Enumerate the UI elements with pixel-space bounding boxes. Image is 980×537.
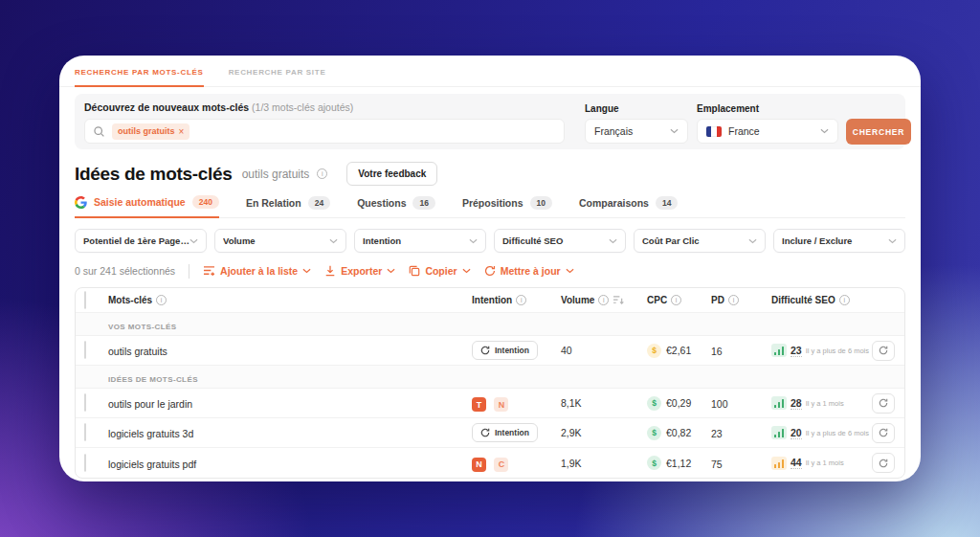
info-icon[interactable]: i: [317, 168, 327, 179]
keyword-search-input[interactable]: outils gratuits ×: [84, 119, 565, 144]
table-header-row: Mots-clési Intentioni Volumei CPCi PDi D…: [76, 288, 904, 313]
info-icon[interactable]: i: [516, 295, 526, 305]
pd-value: 16: [711, 346, 723, 357]
filter-cout-par-clic[interactable]: Coût Par Clic: [634, 229, 766, 253]
info-icon[interactable]: i: [839, 295, 850, 305]
tab-label: Saisie automatique: [94, 196, 186, 208]
tab-questions[interactable]: Questions 16: [357, 195, 435, 217]
tab-recherche-site[interactable]: RECHERCHE PAR SITE: [229, 68, 326, 86]
difficulty-value[interactable]: 20: [791, 427, 802, 439]
tab-saisie-automatique[interactable]: Saisie automatique 240: [75, 195, 219, 218]
refresh-icon: [480, 428, 490, 437]
filter-difficulte-seo[interactable]: Difficulté SEO: [494, 229, 626, 253]
row-refresh-button[interactable]: [872, 393, 895, 414]
feedback-button[interactable]: Votre feedback: [346, 162, 437, 186]
keyword-text[interactable]: logiciels gratuits 3d: [108, 428, 193, 439]
search-icon: [93, 125, 105, 138]
difficulty-value[interactable]: 28: [791, 397, 802, 410]
chevron-down-icon: [609, 238, 617, 244]
table-row[interactable]: logiciels gratuits 3d Intention 2,9K $€0…: [76, 418, 904, 448]
refresh-icon: [879, 346, 888, 355]
results-header: Idées de mots-clés outils gratuits i Vot…: [75, 162, 905, 186]
filter-ppp[interactable]: Potentiel de 1ère Page (PPP): [75, 229, 207, 253]
chevron-down-icon: [462, 268, 471, 274]
row-checkbox[interactable]: [84, 454, 86, 472]
row-refresh-button[interactable]: [872, 453, 895, 473]
search-title-note: (1/3 mots-clés ajoutés): [252, 101, 353, 113]
language-select[interactable]: Français: [585, 119, 688, 144]
tab-count-badge: 10: [530, 196, 552, 210]
filter-volume[interactable]: Volume: [214, 229, 346, 253]
row-checkbox[interactable]: [84, 393, 86, 412]
difficulty-value[interactable]: 23: [791, 345, 802, 357]
tab-count-badge: 14: [656, 196, 678, 210]
info-icon[interactable]: i: [671, 295, 681, 305]
keyword-text[interactable]: logiciels gratuits pdf: [108, 459, 196, 470]
tab-comparaisons[interactable]: Comparaisons 14: [579, 195, 678, 217]
copy-button[interactable]: Copier: [409, 265, 470, 277]
idea-tabs: Saisie automatique 240 En Relation 24 Qu…: [75, 195, 905, 218]
tab-label: En Relation: [246, 197, 301, 209]
section-label: VOS MOTS-CLÉS: [108, 323, 176, 331]
refresh-icon: [879, 398, 888, 408]
difficulty-chart-icon: [771, 457, 787, 470]
table-row[interactable]: outils gratuits Intention 40 $€2,61 16 2…: [76, 336, 904, 366]
sort-desc-icon[interactable]: [612, 295, 624, 305]
difficulty-chart-icon: [771, 426, 787, 439]
select-all-checkbox[interactable]: [84, 291, 86, 309]
intention-refresh-button[interactable]: Intention: [472, 423, 538, 442]
table-row[interactable]: outils pour le jardin T N 8,1K $€0,29 10…: [76, 389, 904, 418]
chevron-down-icon: [329, 238, 338, 244]
cpc-dollar-badge: $: [647, 396, 661, 411]
tab-count-badge: 16: [412, 196, 434, 210]
difficulty-age: Il y a plus de 6 mois: [806, 429, 869, 437]
filter-intention[interactable]: Intention: [354, 229, 486, 253]
keyword-text[interactable]: outils gratuits: [108, 346, 167, 357]
info-icon[interactable]: i: [598, 295, 609, 305]
cpc-dollar-badge: $: [647, 456, 661, 470]
chip-remove-icon[interactable]: ×: [179, 126, 185, 137]
table-row[interactable]: logiciels gratuits pdf N C 1,9K $€1,12 7…: [76, 448, 904, 478]
intent-badge-secondary[interactable]: N: [494, 397, 508, 412]
refresh-icon: [484, 265, 496, 277]
cpc-value: €2,61: [666, 345, 691, 356]
row-checkbox[interactable]: [84, 423, 86, 441]
keyword-text[interactable]: outils pour le jardin: [108, 398, 192, 410]
col-pd: PD: [711, 295, 724, 305]
intent-badge-primary[interactable]: N: [472, 458, 486, 472]
cpc-value: €0,82: [666, 427, 691, 438]
update-button[interactable]: Mettre à jour: [484, 265, 574, 277]
cpc-value: €0,29: [666, 397, 691, 409]
tab-label: Prépositions: [462, 197, 523, 209]
chevron-down-icon: [387, 268, 395, 274]
cpc-dollar-badge: $: [647, 426, 661, 440]
location-select[interactable]: France: [697, 119, 838, 144]
export-button[interactable]: Exporter: [324, 265, 395, 277]
difficulty-chart-icon: [771, 344, 787, 357]
info-icon[interactable]: i: [728, 295, 739, 305]
col-volume: Volume: [561, 295, 594, 305]
intent-badge-secondary[interactable]: C: [494, 458, 508, 472]
intent-badge-primary[interactable]: T: [472, 397, 486, 412]
row-checkbox[interactable]: [84, 341, 86, 359]
search-button[interactable]: CHERCHER: [846, 119, 911, 145]
location-label: Emplacement: [697, 103, 759, 114]
row-refresh-button[interactable]: [872, 341, 895, 361]
tab-en-relation[interactable]: En Relation 24: [246, 195, 330, 217]
chevron-down-icon: [189, 238, 198, 244]
intention-refresh-button[interactable]: Intention: [472, 341, 538, 360]
refresh-icon: [879, 459, 888, 468]
filter-inclure-exclure[interactable]: Inclure / Exclure: [773, 229, 905, 253]
chevron-down-icon: [888, 238, 897, 244]
tab-prepositions[interactable]: Prépositions 10: [462, 195, 552, 217]
top-tab-bar: RECHERCHE PAR MOTS-CLÉS RECHERCHE PAR SI…: [59, 56, 921, 87]
tab-recherche-mots-cles[interactable]: RECHERCHE PAR MOTS-CLÉS: [75, 68, 204, 87]
add-to-list-button[interactable]: Ajouter à la liste: [203, 265, 311, 277]
row-refresh-button[interactable]: [872, 423, 895, 443]
info-icon[interactable]: i: [156, 295, 167, 305]
keyword-chip[interactable]: outils gratuits ×: [112, 123, 189, 140]
search-panel: Découvrez de nouveaux mots-clés (1/3 mot…: [75, 94, 905, 149]
difficulty-value[interactable]: 44: [791, 457, 802, 469]
keyword-chip-label: outils gratuits: [118, 126, 175, 136]
intention-button-label: Intention: [495, 346, 529, 355]
